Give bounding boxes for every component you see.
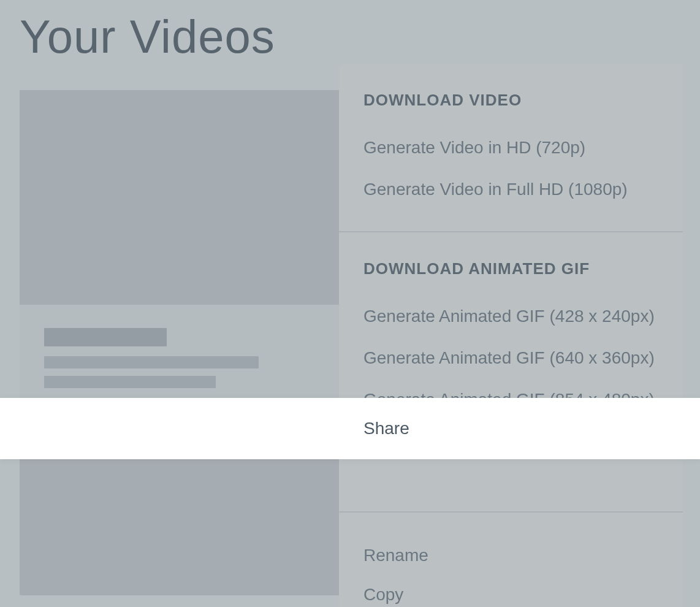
- menu-section-header: DOWNLOAD VIDEO: [363, 91, 658, 110]
- menu-section-download-video: DOWNLOAD VIDEO Generate Video in HD (720…: [339, 64, 683, 232]
- video-card[interactable]: [20, 90, 340, 411]
- skeleton-line: [44, 376, 216, 388]
- page-title: Your Videos: [20, 10, 680, 63]
- context-menu: DOWNLOAD VIDEO Generate Video in HD (720…: [339, 64, 683, 607]
- menu-item-rename[interactable]: Rename: [363, 536, 658, 575]
- menu-item-generate-hd[interactable]: Generate Video in HD (720p): [363, 127, 658, 169]
- menu-item-share-highlight[interactable]: Share: [0, 398, 700, 459]
- skeleton-line: [44, 356, 259, 368]
- menu-item-gif-428[interactable]: Generate Animated GIF (428 x 240px): [363, 296, 658, 337]
- video-thumbnail[interactable]: [20, 90, 340, 305]
- skeleton-title: [44, 328, 167, 346]
- menu-item-copy[interactable]: Copy: [363, 575, 658, 607]
- menu-item-gif-640[interactable]: Generate Animated GIF (640 x 360px): [363, 337, 658, 379]
- menu-item-share-label: Share: [363, 419, 409, 438]
- menu-section-actions: Rename Copy Move to Folder: [339, 513, 683, 607]
- video-meta: [20, 305, 340, 411]
- menu-item-generate-fullhd[interactable]: Generate Video in Full HD (1080p): [363, 169, 658, 210]
- menu-section-header: DOWNLOAD ANIMATED GIF: [363, 259, 658, 278]
